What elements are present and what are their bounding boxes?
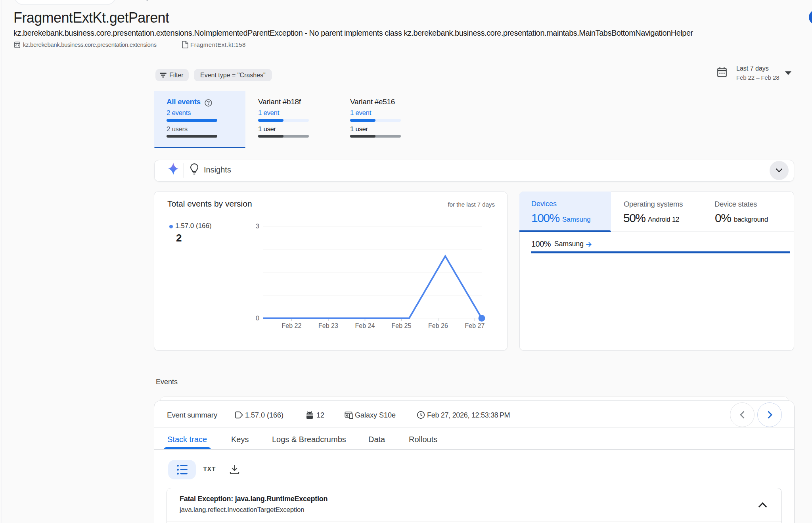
svg-text:Feb 25: Feb 25	[392, 322, 412, 329]
svg-text:Feb 22: Feb 22	[282, 322, 302, 329]
svg-text:0: 0	[256, 315, 259, 322]
svg-text:Feb 26: Feb 26	[428, 322, 448, 329]
svg-text:Feb 27: Feb 27	[465, 322, 485, 329]
svg-text:Feb 23: Feb 23	[318, 322, 338, 329]
svg-text:3: 3	[256, 223, 259, 230]
svg-text:Feb 24: Feb 24	[355, 322, 375, 329]
